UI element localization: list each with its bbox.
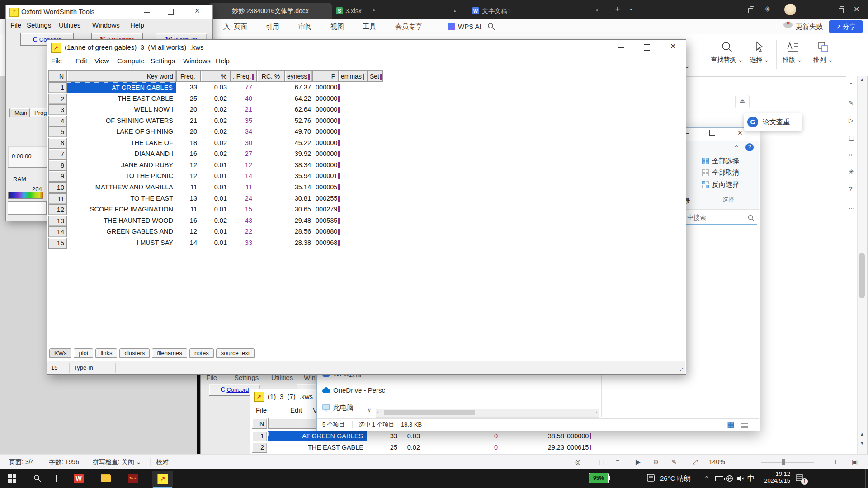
row-pct[interactable]: 0.01 — [201, 226, 231, 237]
row-keyness[interactable]: 62.64 — [285, 104, 312, 115]
arrange-button[interactable]: 排列 ⌄ — [809, 39, 837, 72]
row-pct[interactable]: 0.02 — [201, 104, 231, 115]
row-p[interactable]: 000000 — [312, 94, 340, 104]
row-keyword[interactable]: JANE AND RUBY — [67, 160, 176, 171]
tab-plot[interactable]: plot — [74, 348, 93, 358]
paper-check-pill[interactable]: G 论文查重 — [744, 113, 802, 131]
box-icon[interactable]: ◈ — [765, 5, 770, 13]
row-rcfreq[interactable]: 15 — [231, 204, 257, 215]
ws1-menu-file[interactable]: File — [10, 21, 21, 29]
row-freq[interactable]: 25 — [176, 94, 201, 104]
ws1-menu-settings[interactable]: Settings — [27, 21, 51, 29]
row-n[interactable]: 1 — [48, 82, 67, 93]
avatar[interactable] — [784, 4, 796, 15]
row-pct[interactable]: 0.01 — [201, 160, 231, 171]
row-p[interactable]: 000000 — [312, 127, 340, 137]
row-keyness[interactable]: 35.94 — [285, 171, 312, 182]
row-keyword[interactable]: THE EAST GABLE — [67, 94, 176, 104]
row-keyword[interactable]: GREEN GABLES AND — [67, 226, 176, 237]
scrollbar-thumb[interactable] — [859, 253, 865, 298]
row-freq[interactable]: 11 — [176, 204, 201, 215]
tray-expand-chevron[interactable]: ⌃ — [704, 469, 709, 488]
row-freq[interactable]: 16 — [176, 216, 201, 226]
invert-selection-button[interactable]: 反向选择 — [702, 180, 756, 190]
task-view-icon[interactable] — [56, 475, 63, 482]
kw2-row1-rcfreq[interactable]: 0 — [457, 431, 498, 442]
row-keyword[interactable]: THE HAUNTED WOOD — [67, 216, 176, 226]
explorer-hscrollbar[interactable]: ‹ › — [376, 409, 599, 418]
ribbon-tab-page[interactable]: 页面 — [234, 19, 247, 34]
find-replace-button[interactable]: 查找替换 ⌄ — [705, 39, 749, 72]
row-keyness[interactable]: 49.70 — [285, 127, 312, 137]
star-tool-icon[interactable]: ✳ — [849, 168, 854, 175]
row-pct[interactable]: 0.02 — [201, 149, 231, 160]
row-p[interactable]: 000005 — [312, 182, 340, 193]
prev-page-button[interactable]: ▲ — [860, 432, 864, 436]
row-p[interactable]: 000255 — [312, 193, 340, 204]
tab-clusters[interactable]: clusters — [119, 348, 150, 358]
row-keyness[interactable]: 30.81 — [285, 193, 312, 204]
row-n[interactable]: 8 — [48, 160, 67, 171]
zoom-slider-thumb[interactable] — [782, 459, 785, 465]
ws1-close-button[interactable]: ✕ — [194, 7, 200, 15]
zoom-slider-track[interactable] — [761, 462, 814, 463]
help-icon[interactable]: ? — [849, 185, 853, 192]
page-indicator[interactable]: 页面: 3/4 — [9, 455, 34, 469]
row-n[interactable]: 5 — [48, 127, 67, 137]
ribbon-tab-review[interactable]: 审阅 — [298, 19, 312, 34]
row-p[interactable]: 000000 — [312, 116, 340, 127]
scroll-up-arrow[interactable]: ▲ — [860, 77, 864, 82]
word-count[interactable]: 字数: 1996 — [49, 455, 79, 469]
row-n[interactable]: 7 — [48, 149, 67, 160]
row-freq[interactable]: 12 — [176, 171, 201, 182]
kw2-row1-p[interactable]: 000000 — [567, 431, 591, 442]
row-p[interactable]: 000000 — [312, 82, 340, 93]
taskbar-keywords-active-slot[interactable]: ↗ — [152, 471, 173, 488]
tab-links[interactable]: links — [95, 348, 117, 358]
row-rcfreq[interactable]: 14 — [231, 171, 257, 182]
row-freq[interactable]: 20 — [176, 127, 201, 137]
restore-button[interactable] — [839, 8, 844, 13]
row-rcfreq[interactable]: 11 — [231, 182, 257, 193]
scroll-right-arrow[interactable]: › — [596, 410, 597, 415]
collapse-icon[interactable]: ⌃ — [849, 81, 854, 89]
row-p[interactable]: 000000 — [312, 138, 340, 149]
kw2-row2-n[interactable]: 2 — [252, 442, 267, 453]
tab-doc1[interactable]: W 文字文稿1 — [376, 3, 594, 19]
update-failed-label[interactable]: 更新失败 — [796, 19, 823, 34]
row-n[interactable]: 2 — [48, 94, 67, 104]
battery-indicator[interactable]: 95% — [589, 473, 609, 483]
more-icon[interactable]: ⋯ — [849, 204, 855, 211]
kw2-row2-rcfreq[interactable]: 0 — [457, 442, 498, 453]
tab-xlsx[interactable]: S 3.xlsx — [333, 3, 371, 19]
cursor-tool-icon[interactable]: ▷ — [849, 117, 854, 124]
zoom-level[interactable]: 140% — [709, 455, 725, 469]
tab-notes[interactable]: notes — [189, 348, 214, 358]
kw2-row2-keyness[interactable]: 29.23 — [524, 442, 564, 453]
row-p[interactable]: 000880 — [312, 226, 340, 237]
kw2-header-n[interactable]: N — [252, 418, 267, 429]
shape-icon[interactable]: ▢ — [849, 134, 854, 141]
kw2-row2-keyword[interactable]: THE EAST GABLE — [268, 442, 367, 453]
row-freq[interactable]: 20 — [176, 104, 201, 115]
row-n[interactable]: 14 — [48, 226, 67, 237]
tab-kws[interactable]: KWs — [49, 348, 71, 358]
row-keyness[interactable]: 35.14 — [285, 182, 312, 193]
row-rcfreq[interactable]: 34 — [231, 127, 257, 137]
circle-tool-icon[interactable]: ○ — [849, 151, 852, 158]
nav-collapse-chevron[interactable]: ∨ — [368, 407, 371, 413]
kw2-row1-n[interactable]: 1 — [252, 431, 267, 441]
ws2-menu-file[interactable]: File — [206, 374, 217, 381]
next-page-button[interactable]: ▼ — [860, 441, 864, 446]
taskbar-tools-icon[interactable]: Tools — [128, 474, 138, 483]
kw2-menu-edit[interactable]: Edit — [290, 406, 302, 414]
weather-temp[interactable]: 26°C 晴朗 — [660, 469, 691, 488]
select-none-button[interactable]: 全部取消 — [702, 169, 756, 178]
explorer-maximize-button[interactable] — [709, 130, 715, 136]
ws1-menu-utilities[interactable]: Utilities — [59, 21, 80, 29]
details-view-icon[interactable] — [741, 422, 748, 428]
window-layout-icon[interactable] — [748, 8, 753, 13]
list-view-icon[interactable] — [728, 422, 734, 428]
explorer-help-icon[interactable]: ? — [745, 143, 754, 151]
row-rcfreq[interactable]: 27 — [231, 149, 257, 160]
